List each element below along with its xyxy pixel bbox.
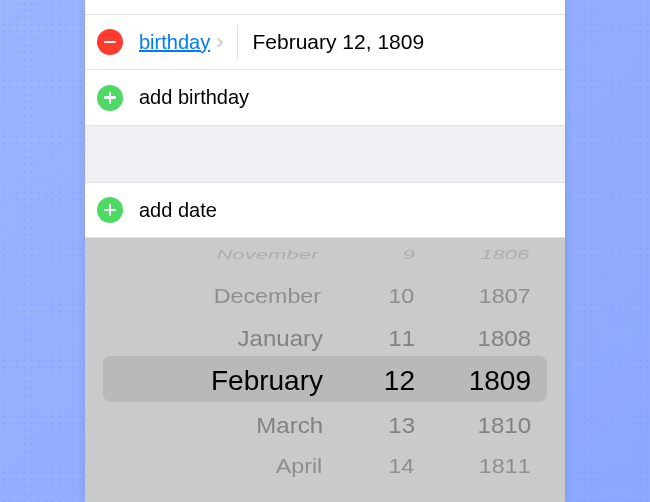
day-option[interactable]: 14 xyxy=(389,449,415,483)
month-wheel[interactable]: November December January February March… xyxy=(85,238,345,502)
add-date-icon[interactable] xyxy=(97,197,123,223)
month-option[interactable]: March xyxy=(256,405,323,444)
add-date-label: add date xyxy=(139,199,217,222)
day-wheel[interactable]: 9 10 11 12 13 14 15 xyxy=(345,238,429,502)
year-wheel[interactable]: 1806 1807 1808 1809 1810 1811 1812 xyxy=(429,238,549,502)
row-divider xyxy=(237,25,238,59)
year-option[interactable]: 1808 xyxy=(478,318,531,357)
day-option-selected[interactable]: 12 xyxy=(384,358,415,403)
day-option[interactable]: 13 xyxy=(388,405,415,444)
month-option[interactable]: May xyxy=(279,496,321,502)
month-option[interactable]: November xyxy=(217,243,319,266)
remove-birthday-icon[interactable] xyxy=(97,29,123,55)
day-option[interactable]: 9 xyxy=(402,243,414,266)
month-option-selected[interactable]: February xyxy=(211,358,323,403)
year-option[interactable]: 1806 xyxy=(480,243,529,266)
contacts-edit-panel: birthday › February 12, 1809 add birthda… xyxy=(85,0,565,502)
month-option[interactable]: December xyxy=(214,279,321,313)
add-date-row[interactable]: add date xyxy=(85,182,565,238)
add-birthday-row[interactable]: add birthday xyxy=(85,70,565,126)
chevron-right-icon: › xyxy=(216,29,223,55)
day-option[interactable]: 11 xyxy=(388,318,415,357)
add-birthday-label: add birthday xyxy=(139,86,249,109)
month-option[interactable]: January xyxy=(238,318,323,357)
birthday-value[interactable]: February 12, 1809 xyxy=(252,30,424,54)
birthday-row[interactable]: birthday › February 12, 1809 xyxy=(85,14,565,70)
month-option[interactable]: April xyxy=(276,449,323,483)
day-option[interactable]: 15 xyxy=(389,496,414,502)
date-picker[interactable]: November December January February March… xyxy=(85,238,565,502)
add-birthday-icon[interactable] xyxy=(97,85,123,111)
year-option[interactable]: 1810 xyxy=(478,405,531,444)
year-option[interactable]: 1812 xyxy=(480,496,529,502)
section-gap xyxy=(85,126,565,182)
year-option[interactable]: 1807 xyxy=(478,279,530,313)
birthday-field-label[interactable]: birthday xyxy=(139,31,210,54)
day-option[interactable]: 10 xyxy=(389,279,415,313)
year-option[interactable]: 1811 xyxy=(478,449,530,483)
year-option-selected[interactable]: 1809 xyxy=(469,358,531,403)
